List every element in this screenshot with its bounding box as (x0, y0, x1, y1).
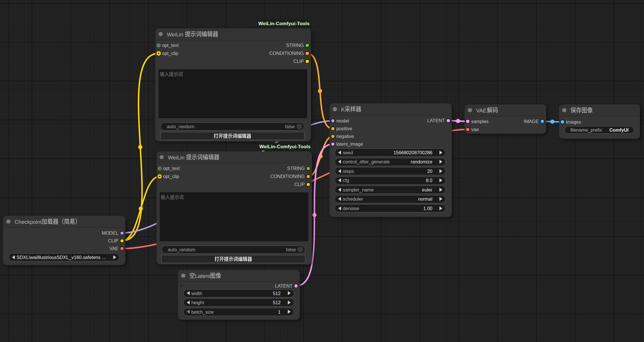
svg-text:WeiLin: WeiLin (167, 31, 185, 37)
svg-text:Latent: Latent (195, 273, 210, 279)
svg-text:K: K (341, 106, 345, 112)
svg-text:VAE: VAE (476, 108, 487, 114)
svg-text:WeiLin: WeiLin (168, 155, 186, 161)
svg-text:Checkpoint: Checkpoint (15, 219, 42, 225)
